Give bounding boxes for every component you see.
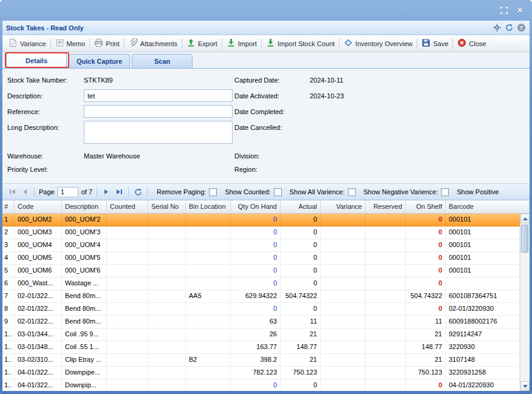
table-row[interactable]: 1.. 04-01/322... Downpip... 0 0 0 04-01/…: [2, 379, 520, 391]
import-stock-count-button[interactable]: Import Stock Count: [263, 36, 338, 50]
cell-counted: [107, 379, 148, 391]
table-row[interactable]: 1.. 03-01/344... Coil .95 9... 26 21 21 …: [2, 328, 520, 341]
next-page-button[interactable]: [101, 187, 111, 197]
cell-bin-location: [186, 341, 231, 353]
cell-variance: [321, 341, 366, 353]
toolbar-separator: [89, 38, 90, 49]
column-header-serial-no[interactable]: Serial No: [148, 200, 186, 213]
column-header-barcode[interactable]: Barcode: [446, 200, 530, 213]
cell-qty-on-hand: 0: [231, 277, 281, 290]
cell-qty-on-hand: 63: [231, 316, 281, 328]
cell-code: 03-02/310...: [15, 354, 62, 366]
table-row[interactable]: 8 02-01/322... Bend 80m... 0 0 0 02-01/3…: [2, 303, 520, 316]
tabstrip: Details Quick Capture Scan: [2, 52, 530, 69]
cell-barcode: 000101: [446, 214, 520, 226]
last-page-button[interactable]: [114, 187, 124, 197]
maximize-restore-icon[interactable]: [499, 5, 509, 15]
cell-on-shelf: 0: [406, 239, 446, 251]
column-header-qty-on-hand[interactable]: Qty On Hand: [231, 200, 281, 213]
memo-button[interactable]: Memo: [52, 36, 89, 50]
show-negative-varience-checkbox[interactable]: [441, 188, 449, 196]
table-row[interactable]: 3 000_UOM4 000_UOM'4 0 0 0 000101: [2, 239, 520, 252]
cell-barcode: 000101: [446, 252, 520, 264]
scroll-up-button[interactable]: [520, 214, 530, 223]
cell-qty-on-hand: 0: [231, 252, 281, 264]
column-header-counted[interactable]: Counted: [107, 200, 148, 213]
settings-gear-icon[interactable]: [492, 23, 502, 33]
description-input[interactable]: [84, 89, 233, 102]
captured-date-value: 2024-10-11: [310, 76, 343, 84]
window-close-icon[interactable]: ✕: [515, 5, 525, 15]
cell-variance: [321, 290, 366, 302]
show-counted-checkbox[interactable]: [274, 188, 282, 196]
cell-barcode: 6001087364751: [446, 290, 520, 302]
cell-row-number: 4: [2, 252, 15, 264]
column-header-on-shelf[interactable]: On Shelf: [406, 200, 446, 213]
column-header-description[interactable]: Description: [62, 200, 107, 213]
reference-input[interactable]: [84, 105, 233, 118]
table-row[interactable]: 1.. 03-01/348... Coil .55 1... 163.77 14…: [2, 341, 520, 354]
variance-button[interactable]: Variance: [5, 36, 49, 50]
table-row[interactable]: 1 000_UOM2 000_UOM'2 0 0 0 000101: [2, 214, 520, 226]
cell-actual: 0: [281, 277, 321, 290]
table-row[interactable]: 1.. 04-01/322... Downpipe... 782.123 750…: [2, 367, 520, 379]
pager-separator: [34, 187, 35, 197]
cell-code: 000_UOM3: [15, 226, 62, 239]
help-icon[interactable]: ?: [516, 23, 526, 33]
cell-qty-on-hand: 782.123: [231, 367, 281, 379]
cell-serial-no: [148, 239, 186, 251]
tab-scan[interactable]: Scan: [132, 54, 193, 68]
scrollbar-thumb[interactable]: [521, 225, 528, 253]
toolbar-separator: [261, 38, 262, 49]
pager-toolbar: Page of 7 Remove Paging: Show Counted: S…: [2, 183, 530, 200]
column-header-reserved[interactable]: Reserved: [366, 200, 406, 213]
column-header-bin-location[interactable]: Bin Location: [186, 200, 231, 213]
save-button[interactable]: Save: [418, 36, 451, 50]
scroll-down-button[interactable]: [520, 381, 530, 391]
cell-code: 04-01/322...: [15, 367, 62, 379]
export-button[interactable]: Export: [183, 36, 220, 50]
cell-serial-no: [148, 328, 186, 341]
priority-level-label: Priority Level:: [7, 166, 48, 173]
table-row[interactable]: 7 02-01/322... Bend 80m... AA5 629.94322…: [2, 290, 520, 303]
cell-variance: [321, 354, 366, 366]
prev-page-button[interactable]: [20, 187, 30, 197]
table-row[interactable]: 9 02-01/322... Bend 80m... 63 11 11 6009…: [2, 316, 520, 328]
show-all-varience-checkbox[interactable]: [348, 188, 356, 196]
cell-barcode: 000101: [446, 226, 520, 239]
division-label: Division:: [234, 152, 260, 160]
table-row[interactable]: 1.. 03-02/310... Clip Etray ... B2 398.2…: [2, 354, 520, 367]
cell-barcode: 3220930: [446, 341, 520, 353]
cell-on-shelf: 11: [406, 316, 446, 328]
table-row[interactable]: 6 000_Wast... Wastage ... 0 0 0: [2, 277, 520, 290]
cell-counted: [107, 367, 148, 379]
remove-paging-label: Remove Paging:: [157, 188, 206, 195]
remove-paging-checkbox[interactable]: [209, 188, 217, 196]
table-row[interactable]: 4 000_UOM5 000_UOM'5 0 0 0 000101: [2, 252, 520, 265]
cell-barcode: 3107148: [446, 354, 520, 366]
column-header-variance[interactable]: Variance: [321, 200, 366, 213]
window-body: Stock Takes - Read Only: [2, 21, 530, 391]
inventory-overview-button[interactable]: Inventory Overview: [341, 36, 415, 50]
column-header-code[interactable]: Code: [15, 200, 62, 213]
close-button[interactable]: Close: [454, 36, 489, 50]
print-button[interactable]: Print: [91, 36, 123, 50]
tab-quick-capture[interactable]: Quick Capture: [69, 54, 130, 68]
page-input[interactable]: [58, 187, 78, 197]
long-description-textarea[interactable]: [84, 121, 233, 144]
cell-barcode: 929114247: [446, 328, 520, 341]
warehouse-label: Warehouse:: [7, 152, 43, 160]
column-header-row-number[interactable]: #: [2, 200, 15, 213]
import-button[interactable]: Import: [223, 36, 260, 50]
cell-variance: [321, 239, 366, 251]
table-row[interactable]: 2 000_UOM3 000_UOM'3 0 0 0 000101: [2, 226, 520, 239]
column-header-actual[interactable]: Actual: [281, 200, 321, 213]
pager-refresh-button[interactable]: [133, 187, 143, 197]
cell-qty-on-hand: 0: [231, 303, 281, 315]
attachments-button[interactable]: Attachments: [126, 36, 180, 50]
refresh-icon[interactable]: [504, 23, 514, 33]
table-row[interactable]: 5 000_UOM6 000_UOM'6 0 0 0 000101: [2, 265, 520, 277]
tab-details[interactable]: Details: [6, 53, 67, 68]
first-page-button[interactable]: [7, 187, 17, 197]
vertical-scrollbar[interactable]: [520, 214, 530, 391]
